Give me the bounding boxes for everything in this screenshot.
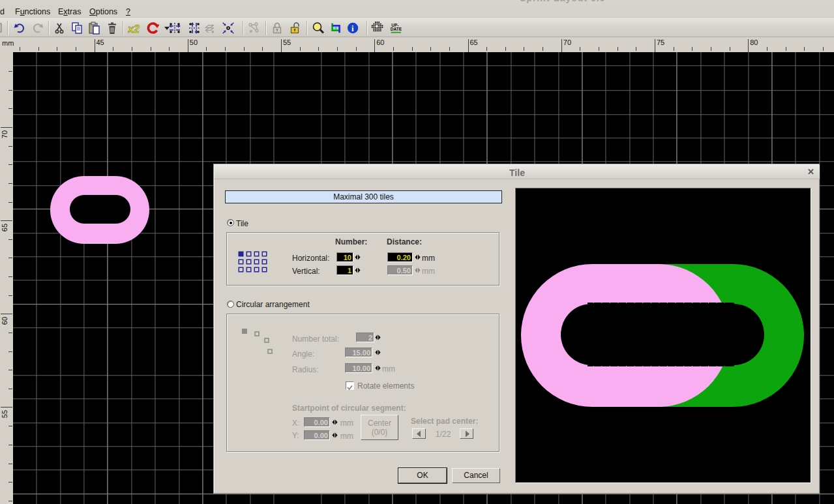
svg-text:i: i xyxy=(351,24,354,33)
svg-text:DATE: DATE xyxy=(391,27,402,31)
svg-text:x2: x2 xyxy=(128,23,140,35)
